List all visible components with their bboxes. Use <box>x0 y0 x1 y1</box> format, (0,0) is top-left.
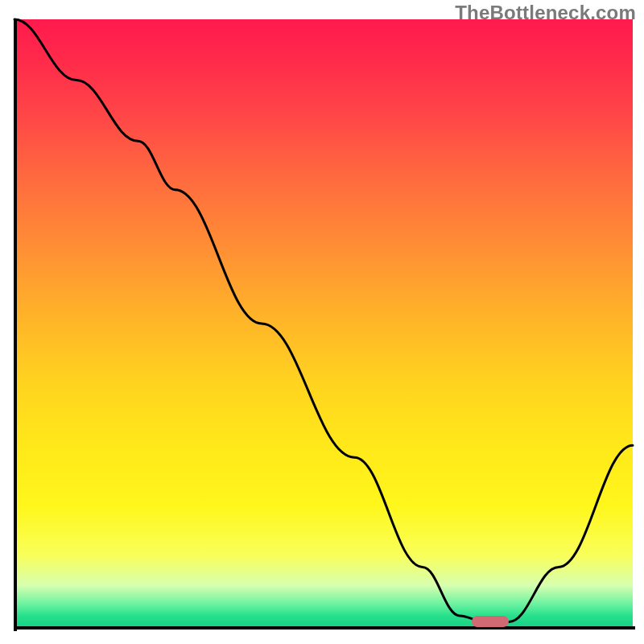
bottleneck-curve <box>14 19 633 628</box>
curve-path <box>14 19 633 621</box>
optimal-marker <box>472 616 509 627</box>
chart-frame: TheBottleneck.com <box>0 0 644 644</box>
